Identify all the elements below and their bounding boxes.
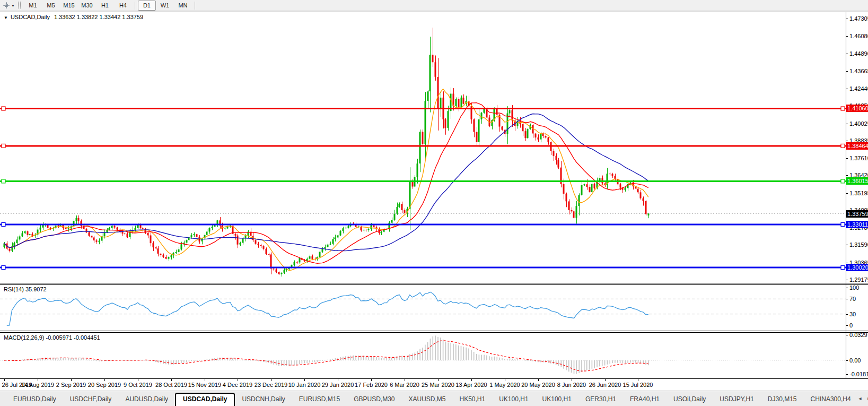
date-axis-label: 13 Apr 2020 [455, 382, 487, 388]
date-axis-tick [38, 379, 38, 381]
tab-xauusd-m5[interactable]: XAUUSD,M5 [401, 394, 452, 405]
macd-indicator-pane[interactable] [0, 333, 846, 378]
rsi-indicator-pane[interactable] [0, 285, 846, 331]
rsi-axis-tick [846, 288, 848, 288]
macd-signal-line [4, 341, 648, 371]
date-axis-tick [405, 379, 405, 381]
rsi-axis-tick [846, 314, 848, 315]
date-axis-tick [205, 379, 205, 381]
line-drag-handle[interactable] [841, 266, 845, 270]
date-axis-tick [238, 379, 238, 381]
price-axis-label: 1.46080 [849, 33, 868, 39]
tab-eurusd-daily[interactable]: EURUSD,Daily [6, 394, 63, 405]
tf-button-h4[interactable]: H4 [114, 1, 132, 11]
date-axis-tick [271, 379, 271, 381]
tab-ger30-h1[interactable]: GER30,H1 [578, 394, 623, 405]
tf-button-m5[interactable]: M5 [42, 1, 60, 11]
line-drag-handle[interactable] [841, 179, 845, 183]
price-chart-pane[interactable] [0, 12, 846, 283]
macd-axis-label: 0.00 [849, 357, 861, 364]
date-axis-tick [505, 379, 505, 381]
price-axis-label: 1.29175 [849, 277, 868, 283]
line-drag-handle[interactable] [841, 107, 845, 110]
tab-usdcnh-daily[interactable]: USDCNH,Daily [235, 394, 292, 405]
macd-pane-header: MACD(12,26,9) -0.005971 -0.004451 [4, 334, 100, 341]
price-axis-tick [846, 280, 848, 280]
tf-button-h1[interactable]: H1 [96, 1, 114, 11]
line-drag-handle[interactable] [2, 107, 5, 110]
price-axis-tick [846, 263, 848, 263]
crosshair-icon[interactable] [2, 1, 11, 10]
tf-button-d1[interactable]: D1 [138, 1, 156, 11]
date-axis-label: 15 Nov 2019 [188, 382, 221, 388]
toolbar-separator [135, 2, 135, 10]
tf-button-m30[interactable]: M30 [78, 1, 96, 11]
date-axis-label: 9 Oct 2019 [124, 382, 152, 388]
price-axis-tick [846, 54, 848, 54]
chart-symbol-label: USDCAD,Daily [11, 14, 50, 20]
crosshair-icon-glyph [3, 2, 10, 9]
line-drag-handle[interactable] [841, 144, 845, 148]
price-axis-label: 1.44890 [849, 50, 868, 57]
price-axis-tick [846, 245, 848, 245]
candlestick-series [4, 28, 650, 277]
price-axis-tick [846, 141, 848, 141]
line-drag-handle[interactable] [2, 266, 5, 270]
line-drag-handle[interactable] [2, 222, 5, 226]
date-axis-tick [538, 379, 539, 381]
date-axis-tick [304, 379, 305, 381]
date-axis-label: 14 Aug 2019 [21, 382, 54, 388]
tab-usdjpy-h1[interactable]: USDJPY,H1 [713, 394, 760, 405]
pane-splitter[interactable] [0, 283, 868, 283]
price-axis-label: 1.42440 [849, 85, 868, 92]
date-axis-label: 28 Oct 2019 [155, 382, 187, 388]
level-price-tag: 1.36015 [846, 177, 868, 185]
tab-scroll-left-icon[interactable]: ◄ [858, 396, 863, 401]
tab-audusd-daily[interactable]: AUDUSD,Daily [118, 394, 175, 405]
tab-hk50-h1[interactable]: HK50,H1 [453, 394, 493, 405]
tab-usoil-daily[interactable]: USOil,Daily [667, 394, 713, 405]
tab-usdcad-daily[interactable]: USDCAD,Daily [175, 393, 235, 406]
tab-uk100-h1[interactable]: UK100,H1 [492, 394, 535, 405]
toolbar-grip[interactable] [18, 2, 21, 9]
date-axis-label: 4 Dec 2019 [223, 382, 252, 388]
price-axis-label: 1.43665 [849, 68, 868, 74]
tab-usdchf-daily[interactable]: USDCHF,Daily [63, 394, 119, 405]
tf-button-m15[interactable]: M15 [60, 1, 78, 11]
toolbar-separator [195, 2, 195, 10]
current-price-tag: 1.33759 [846, 210, 868, 218]
date-axis-label: 1 May 2020 [489, 382, 520, 388]
tf-button-m1[interactable]: M1 [24, 1, 42, 11]
dropdown-caret-icon[interactable]: ▼ [11, 4, 15, 7]
tab-fra40-h1[interactable]: FRA40,H1 [623, 394, 667, 405]
tab-china300-h4[interactable]: CHINA300,H4 [804, 394, 858, 405]
date-axis-tick [371, 379, 372, 381]
date-axis[interactable]: 26 Jul 201914 Aug 20192 Sep 201920 Sep 2… [0, 379, 846, 391]
date-axis-label: 17 Feb 2020 [355, 382, 388, 388]
level-price-tag: 1.33011 [846, 221, 868, 228]
date-axis-tick [638, 379, 638, 381]
date-axis-label: 6 Mar 2020 [390, 382, 419, 388]
tab-uk100-h1[interactable]: UK100,H1 [536, 394, 578, 405]
date-axis-label: 8 Jun 2020 [557, 382, 586, 388]
timeframe-toolbar: ▼ M1M5M15M30H1H4D1W1MN [0, 0, 868, 11]
rsi-axis-label: 100 [849, 284, 859, 291]
rsi-line [7, 292, 648, 325]
tf-button-w1[interactable]: W1 [156, 1, 174, 11]
line-drag-handle[interactable] [2, 179, 5, 183]
macd-axis-tick [846, 335, 848, 335]
tab-dj30-m15[interactable]: DJ30,M15 [761, 394, 804, 405]
rsi-pane-header: RSI(14) 35.9072 [4, 286, 47, 292]
line-drag-handle[interactable] [2, 144, 5, 148]
date-axis-tick [138, 379, 138, 381]
line-drag-handle[interactable] [841, 222, 845, 226]
rsi-axis-label: 0 [849, 322, 853, 329]
tab-eurusd-m15[interactable]: EURUSD,M15 [292, 394, 347, 405]
pane-splitter[interactable] [0, 331, 868, 331]
tf-button-mn[interactable]: MN [174, 1, 192, 11]
price-axis[interactable]: 1.473051.460801.448901.436651.424401.412… [846, 12, 868, 378]
tab-gbpusd-m30[interactable]: GBPUSD,M30 [347, 394, 401, 405]
symbol-dropdown-icon[interactable]: ▼ [4, 15, 8, 20]
macd-axis-label: -0.018154 [849, 371, 868, 377]
macd-histogram [4, 335, 648, 374]
